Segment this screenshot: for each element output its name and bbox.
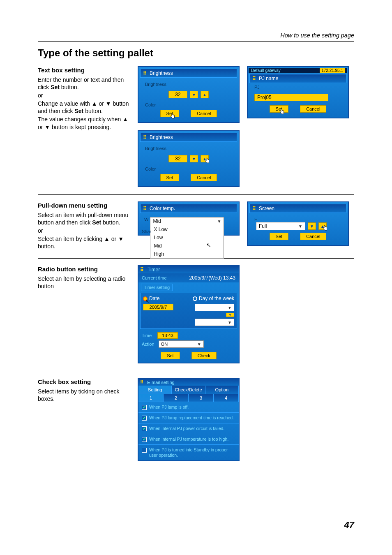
checkbox-2-label: When PJ lamp replacement time is reached…: [149, 415, 234, 421]
radio-dow-label: Day of the week: [199, 296, 234, 301]
radio-date-label: Date: [149, 296, 159, 301]
arrow-down-button[interactable]: ▼: [308, 222, 316, 230]
set-button[interactable]: Set: [160, 174, 180, 181]
option-mid[interactable]: Mid ↖: [150, 242, 224, 250]
grip-icon: ⠿: [143, 206, 147, 211]
option-xlow[interactable]: X Low: [150, 225, 224, 234]
timer-setting-label: Timer setting: [141, 284, 173, 291]
chevron-down-icon: ▼: [298, 224, 302, 229]
pjname-input[interactable]: Proj05: [254, 94, 328, 101]
tab-option[interactable]: Option: [205, 386, 239, 394]
checkbox-1-label: When PJ lamp is off.: [149, 405, 189, 410]
time-input[interactable]: 13:43: [157, 332, 178, 339]
set-button[interactable]: Set: [161, 352, 180, 359]
cancel-button[interactable]: Cancel: [191, 174, 217, 181]
screen-panel: ⠿ Screen F Full ▼ ▼ ▲ Set: [247, 201, 349, 246]
option-mid-label: Mid: [154, 243, 161, 249]
checkbox-5-label: When PJ is turned into Standby in proper…: [149, 447, 235, 458]
checkbox-2[interactable]: [142, 416, 147, 421]
checkbox-p1: Select items by ticking on check boxes.: [38, 388, 130, 402]
radio-dow[interactable]: [193, 296, 197, 301]
grip-icon: ⠿: [140, 267, 144, 273]
brightness-value-input[interactable]: 32: [168, 155, 187, 162]
hand-cursor-icon: [169, 113, 176, 120]
separator: [38, 194, 354, 195]
set-button[interactable]: Set: [270, 233, 289, 240]
action-select[interactable]: ON ▼: [159, 340, 204, 348]
panel-title: ⠿ Brightness: [140, 133, 237, 142]
chevron-down-icon: ▼: [217, 219, 221, 224]
grip-icon: ⠿: [252, 76, 256, 81]
chevron-down-icon: ▼: [228, 320, 232, 325]
textbox-or: or: [38, 92, 130, 99]
tab-setting[interactable]: Setting: [138, 386, 172, 394]
textbox-p2: Change a value with ▲ or ▼ button and th…: [38, 100, 130, 115]
checkbox-4[interactable]: [142, 437, 147, 442]
tab-check-delete[interactable]: Check/Delete: [172, 386, 205, 394]
separator: [38, 371, 354, 371]
cancel-button[interactable]: Cancel: [300, 105, 326, 113]
hand-cursor-icon: [322, 225, 328, 231]
checkbox-3[interactable]: [142, 426, 147, 431]
chevron-down-icon: ▼: [197, 342, 201, 347]
colortemp-panel: ⠿ Color temp. W Mid ▼ X Low Low: [138, 201, 240, 236]
email-panel: ⠿ E-mail setting Setting Check/Delete Op…: [138, 378, 240, 461]
check-button[interactable]: Check: [191, 352, 217, 359]
wb-label: W: [143, 217, 150, 222]
textbox-p2b: button.: [83, 108, 103, 114]
grip-icon: ⠿: [252, 206, 256, 211]
page-number: 47: [344, 520, 354, 530]
checkbox-5[interactable]: [142, 448, 147, 453]
panel-title-text: Brightness: [150, 70, 173, 76]
tab-3[interactable]: 3: [189, 394, 214, 402]
option-high[interactable]: High: [150, 250, 224, 258]
cancel-button[interactable]: Cancel: [300, 233, 326, 240]
action-value: ON: [161, 342, 168, 347]
arrow-up-button[interactable]: ▲: [201, 91, 209, 98]
pj-top-strip: Default gateway 172.21.95.1: [249, 68, 347, 73]
colortemp-options: X Low Low Mid ↖ High: [150, 225, 224, 259]
set-word-3: Set: [92, 219, 101, 226]
brightness-value-input[interactable]: 32: [168, 91, 187, 98]
default-gateway-label: Default gateway: [251, 68, 281, 73]
radio-heading: Radio button setting: [38, 265, 130, 273]
tab-1[interactable]: 1: [138, 394, 164, 402]
grip-icon: ⠿: [143, 134, 147, 140]
field-label-pj: PJ: [252, 85, 344, 90]
textbox-p3: The value changes quickly when ▲ or ▼ bu…: [38, 116, 130, 130]
field-label-color: Color: [143, 102, 235, 107]
arrow-down-button[interactable]: ▼: [190, 91, 198, 98]
field-label-brightness: Brightness: [143, 146, 235, 151]
tab-4[interactable]: 4: [214, 394, 239, 402]
field-label-brightness: Brightness: [143, 82, 235, 87]
checkbox-1[interactable]: [142, 405, 147, 410]
pulldown-heading: Pull-down menu setting: [38, 201, 130, 210]
chevron-down-icon: ▼: [228, 305, 232, 310]
screen-select[interactable]: Full ▼: [256, 222, 305, 230]
f-label: F: [252, 217, 344, 222]
default-gateway-value: 172.21.95.1: [320, 68, 345, 73]
panel-title-text: Color temp.: [150, 206, 175, 211]
brightness-panel-2: ⠿ Brightness Brightness 32 ▼ ▲ Color: [138, 130, 240, 187]
panel-title: ⠿ PJ name: [249, 74, 346, 83]
arrow-cursor-icon: ↖: [206, 242, 211, 248]
dow-select-1[interactable]: ▼: [195, 304, 234, 311]
panel-title-text: Brightness: [150, 134, 173, 140]
colortemp-select[interactable]: Mid ▼: [150, 217, 224, 225]
arrow-down-button[interactable]: ▼: [190, 155, 198, 162]
current-time-label: Current time: [142, 275, 167, 280]
header-rule: [38, 41, 354, 42]
dow-select-2[interactable]: ▼: [195, 319, 234, 326]
select-value: Mid: [153, 218, 161, 224]
panel-title: ⠿ Color temp.: [140, 204, 237, 213]
timer-panel: ⠿ Timer Current time 2005/9/7(Wed) 13:43…: [138, 265, 240, 363]
arrow-cursor-icon: ↖: [145, 299, 149, 304]
tab-2[interactable]: 2: [164, 394, 189, 402]
select-value: Full: [259, 223, 267, 229]
arrow-down-mini[interactable]: ▼: [226, 313, 234, 317]
panel-title: ⠿ Brightness: [140, 69, 237, 78]
cancel-button[interactable]: Cancel: [191, 110, 217, 117]
checkbox-heading: Check box setting: [38, 378, 130, 386]
option-low[interactable]: Low: [150, 234, 224, 242]
date-input[interactable]: 2005/9/7: [143, 304, 173, 310]
